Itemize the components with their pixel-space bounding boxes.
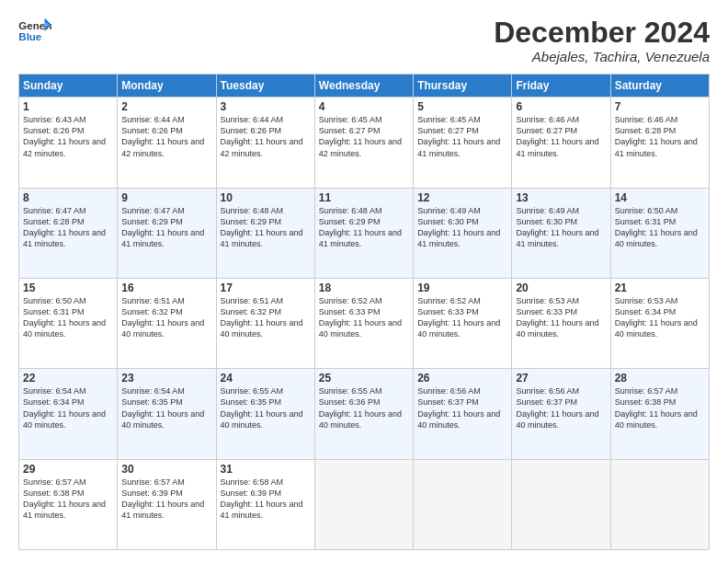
header: General Blue December 2024 Abejales, Tac…	[18, 17, 710, 64]
calendar-cell: 14Sunrise: 6:50 AMSunset: 6:31 PMDayligh…	[610, 188, 709, 278]
page: General Blue December 2024 Abejales, Tac…	[0, 0, 728, 563]
day-info: Sunrise: 6:55 AMSunset: 6:35 PMDaylight:…	[221, 385, 311, 431]
day-info: Sunrise: 6:45 AMSunset: 6:27 PMDaylight:…	[417, 114, 507, 159]
day-info: Sunrise: 6:53 AMSunset: 6:33 PMDaylight:…	[516, 295, 606, 340]
day-info: Sunrise: 6:43 AMSunset: 6:26 PMDaylight:…	[23, 114, 113, 159]
calendar-cell	[314, 459, 413, 549]
calendar-cell: 24Sunrise: 6:55 AMSunset: 6:35 PMDayligh…	[216, 369, 314, 459]
day-number: 23	[121, 372, 211, 385]
day-info: Sunrise: 6:55 AMSunset: 6:36 PMDaylight:…	[319, 385, 409, 431]
month-title: December 2024	[494, 17, 710, 49]
day-info: Sunrise: 6:44 AMSunset: 6:26 PMDaylight:…	[121, 114, 211, 159]
day-info: Sunrise: 6:50 AMSunset: 6:31 PMDaylight:…	[23, 295, 113, 340]
day-number: 26	[417, 372, 507, 385]
logo-icon: General Blue	[18, 17, 51, 44]
calendar-cell: 5Sunrise: 6:45 AMSunset: 6:27 PMDaylight…	[414, 98, 512, 188]
day-number: 8	[23, 191, 113, 204]
day-number: 1	[23, 100, 113, 113]
calendar-week-row: 8Sunrise: 6:47 AMSunset: 6:28 PMDaylight…	[19, 188, 710, 278]
day-number: 15	[23, 282, 113, 294]
calendar-week-row: 1Sunrise: 6:43 AMSunset: 6:26 PMDaylight…	[19, 98, 710, 188]
day-number: 27	[516, 372, 606, 385]
calendar-cell: 7Sunrise: 6:46 AMSunset: 6:28 PMDaylight…	[610, 98, 709, 188]
day-number: 31	[221, 463, 311, 476]
day-info: Sunrise: 6:54 AMSunset: 6:35 PMDaylight:…	[121, 385, 211, 431]
day-info: Sunrise: 6:47 AMSunset: 6:28 PMDaylight:…	[23, 205, 113, 250]
logo: General Blue	[18, 17, 51, 44]
calendar-header-saturday: Saturday	[610, 75, 709, 98]
calendar-header-thursday: Thursday	[414, 75, 512, 98]
day-number: 25	[319, 372, 409, 385]
calendar-cell: 16Sunrise: 6:51 AMSunset: 6:32 PMDayligh…	[118, 278, 216, 368]
day-number: 18	[319, 282, 409, 294]
day-number: 21	[615, 282, 705, 294]
day-number: 6	[516, 100, 606, 113]
day-number: 13	[516, 191, 606, 204]
day-info: Sunrise: 6:54 AMSunset: 6:34 PMDaylight:…	[23, 385, 113, 431]
calendar-week-row: 29Sunrise: 6:57 AMSunset: 6:38 PMDayligh…	[19, 459, 710, 549]
day-info: Sunrise: 6:49 AMSunset: 6:30 PMDaylight:…	[516, 205, 606, 250]
day-info: Sunrise: 6:57 AMSunset: 6:38 PMDaylight:…	[23, 477, 113, 522]
calendar-cell	[414, 459, 512, 549]
day-number: 28	[615, 372, 705, 385]
day-info: Sunrise: 6:52 AMSunset: 6:33 PMDaylight:…	[417, 295, 507, 340]
calendar-cell: 25Sunrise: 6:55 AMSunset: 6:36 PMDayligh…	[314, 369, 413, 459]
day-info: Sunrise: 6:48 AMSunset: 6:29 PMDaylight:…	[319, 205, 409, 250]
day-info: Sunrise: 6:52 AMSunset: 6:33 PMDaylight:…	[319, 295, 409, 340]
day-number: 12	[417, 191, 507, 204]
calendar-cell: 2Sunrise: 6:44 AMSunset: 6:26 PMDaylight…	[118, 98, 216, 188]
calendar-cell: 13Sunrise: 6:49 AMSunset: 6:30 PMDayligh…	[512, 188, 610, 278]
calendar-table: SundayMondayTuesdayWednesdayThursdayFrid…	[18, 74, 710, 550]
calendar-cell	[610, 459, 709, 549]
calendar-header-friday: Friday	[512, 75, 610, 98]
day-info: Sunrise: 6:47 AMSunset: 6:29 PMDaylight:…	[121, 205, 211, 250]
day-info: Sunrise: 6:48 AMSunset: 6:29 PMDaylight:…	[221, 205, 311, 250]
calendar-cell: 11Sunrise: 6:48 AMSunset: 6:29 PMDayligh…	[314, 188, 413, 278]
day-number: 22	[23, 372, 113, 385]
calendar-cell: 28Sunrise: 6:57 AMSunset: 6:38 PMDayligh…	[610, 369, 709, 459]
calendar-cell: 29Sunrise: 6:57 AMSunset: 6:38 PMDayligh…	[19, 459, 118, 549]
day-info: Sunrise: 6:51 AMSunset: 6:32 PMDaylight:…	[221, 295, 311, 340]
day-number: 19	[417, 282, 507, 294]
calendar-cell: 20Sunrise: 6:53 AMSunset: 6:33 PMDayligh…	[512, 278, 610, 368]
day-number: 2	[121, 100, 211, 113]
calendar-cell: 19Sunrise: 6:52 AMSunset: 6:33 PMDayligh…	[414, 278, 512, 368]
day-info: Sunrise: 6:53 AMSunset: 6:34 PMDaylight:…	[615, 295, 705, 340]
calendar-cell: 22Sunrise: 6:54 AMSunset: 6:34 PMDayligh…	[19, 369, 118, 459]
day-info: Sunrise: 6:50 AMSunset: 6:31 PMDaylight:…	[615, 205, 705, 250]
day-info: Sunrise: 6:46 AMSunset: 6:27 PMDaylight:…	[516, 114, 606, 159]
day-info: Sunrise: 6:56 AMSunset: 6:37 PMDaylight:…	[417, 385, 507, 431]
calendar-header-monday: Monday	[118, 75, 216, 98]
day-number: 5	[417, 100, 507, 113]
location: Abejales, Tachira, Venezuela	[494, 49, 710, 64]
day-number: 20	[516, 282, 606, 294]
day-info: Sunrise: 6:51 AMSunset: 6:32 PMDaylight:…	[121, 295, 211, 340]
title-area: December 2024 Abejales, Tachira, Venezue…	[494, 17, 710, 64]
calendar-cell: 26Sunrise: 6:56 AMSunset: 6:37 PMDayligh…	[414, 369, 512, 459]
day-number: 4	[319, 100, 409, 113]
calendar-cell: 18Sunrise: 6:52 AMSunset: 6:33 PMDayligh…	[314, 278, 413, 368]
day-number: 3	[221, 100, 311, 113]
calendar-header-row: SundayMondayTuesdayWednesdayThursdayFrid…	[19, 75, 710, 98]
day-number: 17	[221, 282, 311, 294]
calendar-header-wednesday: Wednesday	[314, 75, 413, 98]
calendar-cell: 10Sunrise: 6:48 AMSunset: 6:29 PMDayligh…	[216, 188, 314, 278]
day-number: 16	[121, 282, 211, 294]
calendar-cell: 15Sunrise: 6:50 AMSunset: 6:31 PMDayligh…	[19, 278, 118, 368]
day-number: 11	[319, 191, 409, 204]
day-info: Sunrise: 6:44 AMSunset: 6:26 PMDaylight:…	[221, 114, 311, 159]
day-info: Sunrise: 6:45 AMSunset: 6:27 PMDaylight:…	[319, 114, 409, 159]
calendar-header-sunday: Sunday	[19, 75, 118, 98]
day-info: Sunrise: 6:56 AMSunset: 6:37 PMDaylight:…	[516, 385, 606, 431]
day-number: 10	[221, 191, 311, 204]
calendar-cell: 21Sunrise: 6:53 AMSunset: 6:34 PMDayligh…	[610, 278, 709, 368]
calendar-week-row: 22Sunrise: 6:54 AMSunset: 6:34 PMDayligh…	[19, 369, 710, 459]
calendar-cell: 12Sunrise: 6:49 AMSunset: 6:30 PMDayligh…	[414, 188, 512, 278]
calendar-header-tuesday: Tuesday	[216, 75, 314, 98]
svg-text:Blue: Blue	[18, 31, 41, 42]
calendar-cell: 3Sunrise: 6:44 AMSunset: 6:26 PMDaylight…	[216, 98, 314, 188]
day-info: Sunrise: 6:49 AMSunset: 6:30 PMDaylight:…	[417, 205, 507, 250]
day-number: 24	[221, 372, 311, 385]
calendar-cell: 17Sunrise: 6:51 AMSunset: 6:32 PMDayligh…	[216, 278, 314, 368]
day-info: Sunrise: 6:58 AMSunset: 6:39 PMDaylight:…	[221, 477, 311, 522]
